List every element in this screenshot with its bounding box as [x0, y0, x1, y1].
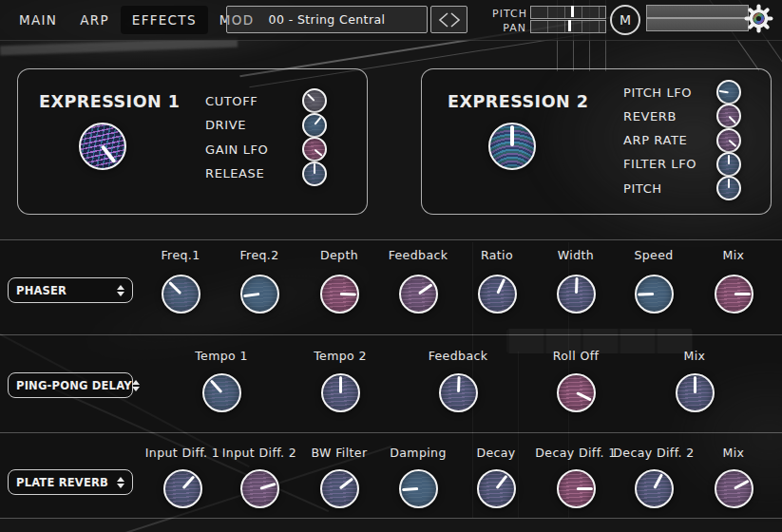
plate-reverb-input-diff-1-knob[interactable] — [163, 469, 202, 508]
plate-reverb-bw-filter-knob-pointer — [338, 478, 353, 490]
ping-pong-delay-mix-knob[interactable] — [676, 373, 715, 412]
ping-pong-delay-feedback-knob[interactable] — [439, 373, 478, 412]
pitch-lfo-knob[interactable] — [716, 80, 741, 104]
mix-label: Mix — [684, 248, 782, 263]
mix-label: Mix — [684, 446, 782, 461]
expression1-param-cutoff: CUTOFF — [205, 90, 257, 111]
expression1-big-knob[interactable] — [79, 123, 126, 170]
pitch-label: PITCH — [492, 8, 526, 20]
chevron-left-icon — [440, 13, 448, 27]
ping-pong-delay-selector[interactable]: PING-PONG DELAY — [8, 372, 133, 398]
phaser-selector[interactable]: PHASER — [8, 277, 133, 303]
mute-button[interactable]: M — [610, 5, 640, 35]
pitch-slider-track — [531, 7, 605, 18]
preset-prev-next-icons[interactable] — [436, 10, 463, 29]
settings-button[interactable] — [744, 4, 773, 33]
phaser-feedback-knob[interactable] — [399, 275, 438, 314]
drive-knob-pointer — [314, 117, 321, 125]
phaser-mix-knob[interactable] — [715, 275, 753, 314]
ping-pong-delay-tempo-1-group: Tempo 1 — [172, 349, 271, 412]
expression1-param-drive: DRIVE — [205, 115, 246, 136]
cutoff-label: CUTOFF — [205, 94, 257, 108]
arp-rate-label: ARP RATE — [623, 133, 687, 147]
pitch-label: PITCH — [623, 181, 662, 196]
expression1-title: EXPRESSION 1 — [39, 92, 180, 111]
plate-reverb-decay-diff-1-knob-pointer — [576, 487, 592, 490]
ping-pong-delay-tempo-2-knob-pointer — [339, 376, 342, 392]
expression1-param-gain-lfo: GAIN LFO — [205, 139, 268, 160]
expression2-param-pitch: PITCH — [623, 178, 662, 199]
preset-selector[interactable]: 00 - String Central — [226, 6, 428, 33]
plate-reverb-decay-diff-2-knob[interactable] — [635, 469, 674, 508]
pitch-knob[interactable] — [716, 176, 741, 200]
pitch-slider-thumb[interactable] — [571, 6, 574, 17]
phaser-freq-1-knob[interactable] — [162, 275, 200, 314]
tab-arp[interactable]: ARP — [68, 6, 121, 34]
expression2-big-knob[interactable] — [488, 123, 536, 170]
release-knob-pointer — [314, 163, 315, 173]
mute-button-label: M — [620, 12, 631, 28]
ping-pong-delay-selector-label: PING-PONG DELAY — [16, 379, 132, 392]
plate-reverb-decay-knob[interactable] — [477, 469, 516, 508]
drive-knob[interactable] — [302, 113, 327, 138]
reverb-label: REVERB — [623, 109, 677, 124]
gain-lfo-knob[interactable] — [302, 137, 327, 162]
plate-reverb-mix-group: Mix — [684, 446, 782, 508]
ping-pong-delay-mix-knob-pointer — [694, 376, 696, 392]
expression1-panel: EXPRESSION 1 CUTOFFDRIVEGAIN LFORELEASE — [17, 68, 368, 215]
ping-pong-delay-roll-off-knob[interactable] — [557, 373, 596, 412]
preset-name: 00 - String Central — [269, 12, 386, 27]
plate-reverb-damping-knob[interactable] — [399, 469, 438, 508]
release-knob[interactable] — [302, 162, 327, 186]
plate-reverb-input-diff-2-knob[interactable] — [240, 469, 279, 508]
pitch-slider[interactable] — [530, 6, 606, 19]
plate-reverb-input-diff-2-knob-pointer — [259, 483, 276, 490]
plate-reverb-decay-diff-2-knob-pointer — [653, 473, 663, 489]
phaser-ratio-knob-pointer — [496, 278, 505, 294]
release-label: RELEASE — [205, 166, 264, 180]
pan-slider[interactable] — [530, 20, 606, 33]
pitch-knob-pointer — [728, 179, 730, 188]
tab-main[interactable]: MAIN — [8, 6, 68, 34]
select-arrows-icon — [132, 380, 140, 391]
phaser-mix-group: Mix — [684, 248, 782, 314]
phaser-selector-label: PHASER — [16, 284, 67, 297]
roll-off-label: Roll Off — [526, 349, 625, 364]
plate-reverb-mix-knob[interactable] — [715, 469, 753, 508]
plate-reverb-decay-knob-pointer — [495, 475, 507, 490]
cutoff-knob[interactable] — [302, 88, 327, 113]
ping-pong-delay-tempo-1-knob[interactable] — [202, 373, 241, 412]
chevron-right-icon — [451, 13, 459, 27]
effect-row-ping-pong-delay: PING-PONG DELAYTempo 1Tempo 2FeedbackRol… — [0, 335, 782, 432]
plate-reverb-selector[interactable]: PLATE REVERB — [8, 469, 133, 495]
tab-effects[interactable]: EFFECTS — [121, 6, 208, 34]
phaser-freq-2-knob[interactable] — [240, 275, 279, 314]
plate-reverb-decay-diff-1-knob[interactable] — [557, 469, 596, 508]
pitch-lfo-label: PITCH LFO — [623, 86, 692, 100]
expression1-big-knob-pointer — [102, 145, 117, 163]
ping-pong-delay-tempo-2-knob[interactable] — [321, 373, 360, 412]
plugin-window: MAINARPEFFECTSMOD 00 - String Central PI… — [0, 0, 782, 532]
cutoff-knob-pointer — [307, 93, 315, 102]
filter-lfo-label: FILTER LFO — [623, 157, 696, 171]
plate-reverb-damping-knob-pointer — [402, 487, 419, 491]
divider — [0, 518, 782, 519]
feedback-label: Feedback — [409, 349, 507, 364]
filter-lfo-knob[interactable] — [716, 152, 741, 177]
effect-row-plate-reverb: PLATE REVERBInput Diff. 1Input Diff. 2BW… — [0, 433, 782, 518]
drive-label: DRIVE — [205, 118, 246, 132]
ping-pong-delay-roll-off-group: Roll Off — [526, 349, 625, 412]
arp-rate-knob[interactable] — [716, 128, 741, 153]
phaser-width-knob[interactable] — [557, 275, 596, 314]
expression1-param-release: RELEASE — [205, 163, 264, 184]
tempo-2-label: Tempo 2 — [291, 349, 390, 364]
phaser-depth-knob[interactable] — [320, 275, 359, 314]
phaser-speed-knob[interactable] — [635, 275, 674, 314]
plate-reverb-input-diff-1-knob-pointer — [181, 476, 195, 490]
pan-slider-thumb[interactable] — [568, 20, 571, 31]
phaser-ratio-knob[interactable] — [478, 275, 517, 314]
expression2-param-filter-lfo: FILTER LFO — [623, 154, 696, 175]
plate-reverb-bw-filter-knob[interactable] — [320, 469, 359, 508]
reverb-knob[interactable] — [716, 104, 741, 128]
select-arrows-icon — [117, 285, 124, 296]
